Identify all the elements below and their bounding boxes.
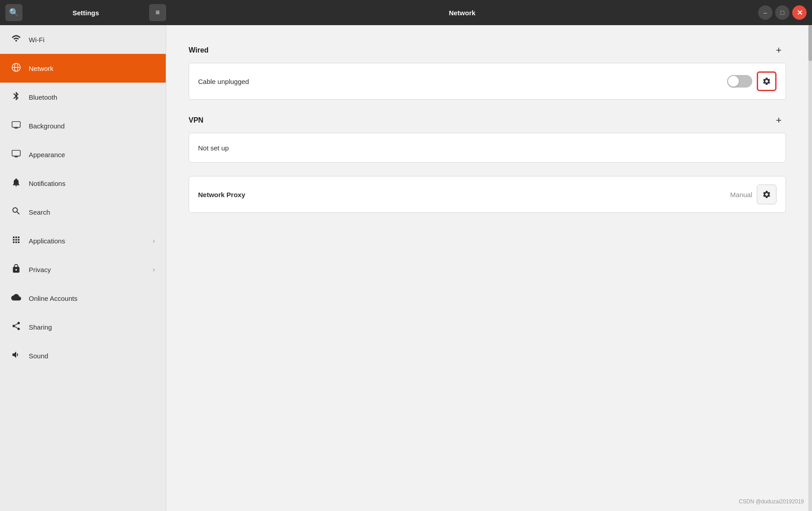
card-row-label-network-proxy: Network Proxy	[198, 191, 730, 198]
gear-icon-network-proxy	[762, 190, 771, 199]
sidebar-item-label-notifications: Notifications	[29, 180, 155, 187]
watermark: CSDN @duduzai20192019	[739, 498, 804, 505]
sidebar: Wi-Fi Network Bluetooth Background Appea…	[0, 25, 166, 511]
close-button[interactable]: ✕	[792, 5, 807, 20]
card-vpn: Not set up	[189, 133, 786, 163]
sidebar-item-label-search: Search	[29, 208, 155, 216]
gear-button-network-proxy[interactable]	[757, 185, 777, 204]
privacy-chevron-icon: ›	[153, 266, 155, 273]
sidebar-item-label-applications: Applications	[29, 237, 146, 245]
card-row-label-vpn-status: Not set up	[198, 144, 777, 152]
sound-icon	[11, 350, 22, 362]
scrollbar-track[interactable]	[808, 25, 812, 511]
add-wired-button[interactable]: +	[772, 43, 786, 57]
privacy-icon	[11, 264, 22, 276]
card-row-value-network-proxy: Manual	[730, 191, 752, 198]
sidebar-item-label-privacy: Privacy	[29, 266, 146, 273]
svg-rect-6	[12, 150, 20, 156]
hamburger-icon: ≡	[155, 9, 159, 17]
section-vpn: VPN+Not set up	[189, 113, 786, 163]
maximize-icon: □	[781, 9, 784, 16]
sidebar-item-sharing[interactable]: Sharing	[0, 313, 166, 341]
sidebar-item-label-sound: Sound	[29, 352, 155, 360]
section-header-wired: Wired+	[189, 43, 786, 57]
hamburger-button[interactable]: ≡	[149, 4, 166, 21]
wifi-icon	[11, 34, 22, 46]
sidebar-item-wifi[interactable]: Wi-Fi	[0, 25, 166, 54]
online-accounts-icon	[11, 292, 22, 304]
sidebar-item-label-online-accounts: Online Accounts	[29, 295, 155, 302]
sidebar-item-sound[interactable]: Sound	[0, 341, 166, 370]
card-proxy: Network ProxyManual	[189, 176, 786, 213]
maximize-button[interactable]: □	[775, 5, 790, 20]
background-icon	[11, 120, 22, 132]
scrollbar-thumb	[808, 25, 812, 61]
sidebar-item-appearance[interactable]: Appearance	[0, 140, 166, 169]
minimize-button[interactable]: –	[758, 5, 772, 20]
titlebar-left: 🔍 Settings ≡	[0, 4, 166, 21]
window-title: Network	[449, 9, 475, 17]
card-row-label-cable: Cable unplugged	[198, 78, 727, 85]
section-proxy: Network ProxyManual	[189, 176, 786, 213]
sharing-icon	[11, 321, 22, 333]
sidebar-item-label-background: Background	[29, 122, 155, 130]
sidebar-item-bluetooth[interactable]: Bluetooth	[0, 83, 166, 111]
sidebar-item-label-network: Network	[29, 65, 155, 72]
titlebar-right: – □ ✕	[758, 5, 812, 20]
card-wired: Cable unplugged	[189, 63, 786, 100]
sidebar-item-online-accounts[interactable]: Online Accounts	[0, 284, 166, 313]
card-row-vpn-status: Not set up	[189, 133, 786, 162]
search-icon: 🔍	[9, 8, 19, 18]
card-row-cable: Cable unplugged	[189, 63, 786, 99]
sidebar-item-label-wifi: Wi-Fi	[29, 36, 155, 44]
sidebar-item-notifications[interactable]: Notifications	[0, 169, 166, 198]
sidebar-item-network[interactable]: Network	[0, 54, 166, 83]
add-vpn-button[interactable]: +	[772, 113, 786, 128]
close-icon: ✕	[797, 9, 803, 17]
sidebar-item-label-appearance: Appearance	[29, 151, 155, 159]
search-icon	[11, 206, 22, 218]
svg-rect-3	[12, 121, 20, 127]
appearance-icon	[11, 149, 22, 161]
app-title: Settings	[26, 9, 146, 17]
sidebar-item-applications[interactable]: Applications›	[0, 226, 166, 255]
main-panel: Wired+Cable unplugged VPN+Not set upNetw…	[166, 25, 808, 511]
applications-chevron-icon: ›	[153, 237, 155, 244]
applications-icon	[11, 235, 22, 247]
notifications-icon	[11, 177, 22, 189]
network-icon	[11, 62, 22, 75]
card-row-network-proxy: Network ProxyManual	[189, 176, 786, 212]
sidebar-item-background[interactable]: Background	[0, 111, 166, 140]
gear-button-cable[interactable]	[757, 71, 777, 91]
sidebar-item-search[interactable]: Search	[0, 198, 166, 226]
toggle-cable[interactable]	[727, 75, 752, 88]
bluetooth-icon	[11, 91, 22, 103]
content: Wi-Fi Network Bluetooth Background Appea…	[0, 25, 812, 511]
titlebar: 🔍 Settings ≡ Network – □ ✕	[0, 0, 812, 25]
sidebar-item-label-sharing: Sharing	[29, 323, 155, 331]
section-header-vpn: VPN+	[189, 113, 786, 128]
search-button[interactable]: 🔍	[5, 4, 22, 21]
section-title-wired: Wired	[189, 46, 208, 54]
section-wired: Wired+Cable unplugged	[189, 43, 786, 100]
gear-icon-cable	[762, 77, 771, 86]
minimize-icon: –	[763, 9, 767, 16]
titlebar-center: Network	[166, 9, 758, 17]
sidebar-item-privacy[interactable]: Privacy›	[0, 255, 166, 284]
sidebar-item-label-bluetooth: Bluetooth	[29, 93, 155, 101]
section-title-vpn: VPN	[189, 116, 203, 124]
